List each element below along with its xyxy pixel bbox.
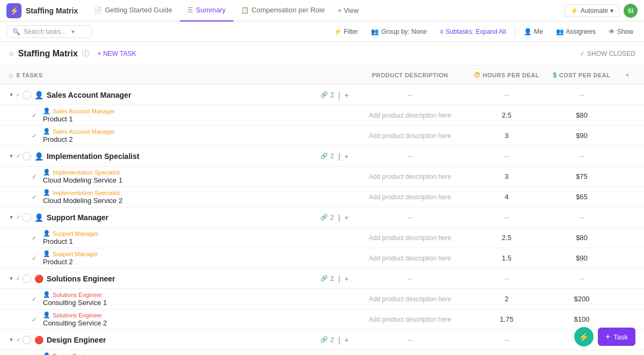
show-closed-button[interactable]: ✓ SHOW CLOSED [580,50,635,57]
group-checkbox[interactable] [23,91,31,99]
task-checkbox[interactable]: ✓ [30,132,39,140]
group-checkbox[interactable] [23,274,31,283]
group-row-support-manager[interactable]: ▼ ✓ 👤 Support Manager 🔗 2 | + – – – [0,207,644,228]
col-header-cost: $ COST PER DEAL [544,71,619,79]
group-add-button[interactable]: | [336,90,342,100]
divider [515,27,515,37]
group-desc-dash: – [351,335,469,345]
task-row[interactable]: ✓ 👤 Implementation Specialist Cloud Mode… [0,187,644,207]
tab-compensation[interactable]: 📋 Compensation per Role [233,0,333,21]
search-input[interactable]: 🔍 Search tasks... ▾ [6,25,92,38]
add-column-button[interactable]: + [619,71,635,79]
task-row[interactable]: ✓ 👤 Solutions Engineer Consulting Servic… [0,309,644,330]
tab-getting-started[interactable]: 📄 Getting Started Guide [86,0,180,21]
tab-summary[interactable]: ☰ Summary [180,0,233,21]
col-header-product-desc: PRODUCT DESCRIPTION [351,72,469,78]
show-icon: 👁 [609,28,615,35]
group-checkbox[interactable] [23,213,31,222]
task-cost: $80 [544,111,619,119]
help-fab-button[interactable]: ⚡ [574,327,594,346]
group-row-design-engineer[interactable]: ▼ ✓ 🔴 Design Engineer 🔗 2 | + – – – [0,330,644,350]
task-row[interactable]: ✓ 👤 Design Engineer Product 1 Add produc… [0,350,644,355]
group-row-implementation-specialist[interactable]: ▼ ✓ 👤 Implementation Specialist 🔗 2 | + … [0,146,644,166]
collapse-all-icon[interactable]: ○ [9,71,13,79]
task-hours: 2.5 [469,111,544,119]
check-icon: ✓ [32,316,37,323]
link-icon: 🔗 [320,336,328,343]
check-icon: ✓ [32,193,37,201]
group-add-button[interactable]: | [336,212,342,223]
parent-icon: 👤 [43,311,50,318]
task-row[interactable]: ✓ 👤 Solutions Engineer Consulting Servic… [0,289,644,309]
group-icon: 👤 [34,91,43,99]
search-icon: 🔍 [12,28,20,35]
task-row[interactable]: ✓ 👤 Sales Account Manager Product 2 Add … [0,126,644,146]
task-checkbox[interactable]: ✓ [30,254,39,263]
app-icon: ⚡ [6,3,21,18]
table-header: ○ 8 TASKS PRODUCT DESCRIPTION ⏱ HOURS PE… [0,66,644,85]
group-expand-icon[interactable]: ▼ ✓ [9,153,20,159]
group-plus-button[interactable]: + [342,212,351,223]
task-parent-label: 👤 Implementation Specialist [43,169,351,176]
add-view-button[interactable]: + View [332,6,364,15]
group-add-button[interactable]: | [336,273,342,284]
task-name: Product 2 [43,258,351,266]
parent-icon: 👤 [43,107,50,114]
group-hours-dash: – [469,335,544,345]
circle-icon: ○ [9,49,14,59]
subtasks-icon: ≡ [440,28,443,35]
task-checkbox[interactable]: ✓ [30,234,39,242]
task-row[interactable]: ✓ 👤 Support Manager Product 2 Add produc… [0,248,644,269]
group-plus-button[interactable]: + [342,335,351,345]
col-header-task: ○ 8 TASKS [9,71,351,79]
group-expand-icon[interactable]: ▼ ✓ [9,276,20,281]
group-count: 🔗 2 [320,153,334,160]
automate-button[interactable]: ⚡ Automate ▾ [565,4,619,17]
task-checkbox[interactable]: ✓ [30,295,39,303]
group-row-solutions-engineer[interactable]: ▼ ✓ 🔴 Solutions Engineer 🔗 2 | + – – – [0,269,644,289]
subtasks-button[interactable]: ≡ Subtasks: Expand All [435,26,510,37]
task-row[interactable]: ✓ 👤 Sales Account Manager Product 1 Add … [0,105,644,126]
assignees-button[interactable]: 👥 Assignees [552,26,600,37]
show-button[interactable]: 👁 Show [604,26,638,37]
group-by-button[interactable]: 👥 Group by: None [367,26,431,37]
group-name: Design Engineer [47,336,321,344]
group-plus-button[interactable]: + [342,151,351,162]
new-task-button[interactable]: + NEW TASK [93,48,141,59]
task-checkbox[interactable]: ✓ [30,315,39,324]
group-expand-icon[interactable]: ▼ ✓ [9,214,20,220]
group-add-button[interactable]: | [336,151,342,162]
group-row-sales-account-manager[interactable]: ▼ ✓ 👤 Sales Account Manager 🔗 2 | + – – … [0,85,644,105]
filter-button[interactable]: ⚡ Filter [330,26,363,37]
group-desc-dash: – [351,90,469,100]
parent-icon: 👤 [43,352,50,355]
task-checkbox[interactable]: ✓ [30,193,39,201]
group-expand-icon[interactable]: ▼ ✓ [9,337,20,343]
task-row[interactable]: ✓ 👤 Implementation Specialist Cloud Mode… [0,166,644,187]
check-icon: ✓ [32,173,37,180]
task-hours: 1.5 [469,254,544,262]
me-button[interactable]: 👤 Me [519,26,547,37]
tab-icon-getting-started: 📄 [94,6,102,14]
task-name: Consulting Service 1 [43,299,351,307]
info-icon[interactable]: ⓘ [82,49,89,59]
group-expand-icon[interactable]: ▼ ✓ [9,92,20,98]
task-parent-label: 👤 Sales Account Manager [43,128,351,135]
task-checkbox[interactable]: ✓ [30,111,39,120]
task-desc: Add product description here [351,112,469,119]
new-task-fab-button[interactable]: + Task [598,328,635,346]
main-content: ○ 8 TASKS PRODUCT DESCRIPTION ⏱ HOURS PE… [0,66,644,355]
task-content: 👤 Support Manager Product 2 [43,248,351,268]
group-checkbox[interactable] [23,336,31,344]
task-checkbox[interactable]: ✓ [30,172,39,181]
task-row[interactable]: ✓ 👤 Support Manager Product 1 Add produc… [0,228,644,248]
toolbar: 🔍 Search tasks... ▾ ⚡ Filter 👥 Group by:… [0,21,644,42]
group-icon: 👥 [371,28,379,35]
plus-icon: + [605,332,610,342]
group-add-button[interactable]: | [336,335,342,345]
group-checkbox[interactable] [23,152,31,161]
group-icon: 👤 [34,213,43,222]
parent-icon: 👤 [43,169,50,176]
group-plus-button[interactable]: + [342,90,351,100]
group-plus-button[interactable]: + [342,273,351,284]
